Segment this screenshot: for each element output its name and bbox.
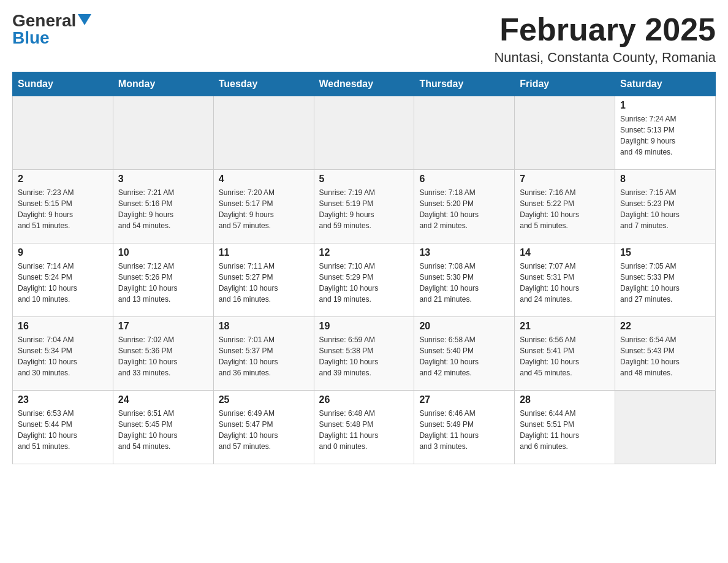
day-number: 17 [118, 321, 208, 332]
calendar-cell: 27Sunrise: 6:46 AM Sunset: 5:49 PM Dayli… [414, 391, 515, 464]
calendar-cell: 4Sunrise: 7:20 AM Sunset: 5:17 PM Daylig… [213, 170, 314, 243]
day-info: Sunrise: 7:01 AM Sunset: 5:37 PM Dayligh… [219, 334, 309, 378]
title-block: February 2025 Nuntasi, Constanta County,… [494, 12, 716, 66]
day-number: 24 [118, 394, 208, 405]
calendar-week-row: 9Sunrise: 7:14 AM Sunset: 5:24 PM Daylig… [13, 243, 716, 317]
day-info: Sunrise: 7:10 AM Sunset: 5:29 PM Dayligh… [319, 261, 409, 305]
calendar-cell [314, 96, 414, 170]
day-info: Sunrise: 6:58 AM Sunset: 5:40 PM Dayligh… [419, 334, 509, 378]
calendar-table: Sunday Monday Tuesday Wednesday Thursday… [12, 72, 716, 464]
day-info: Sunrise: 6:49 AM Sunset: 5:47 PM Dayligh… [219, 408, 309, 452]
calendar-cell: 28Sunrise: 6:44 AM Sunset: 5:51 PM Dayli… [515, 391, 615, 464]
logo-general-text: General [12, 12, 76, 29]
calendar-cell: 25Sunrise: 6:49 AM Sunset: 5:47 PM Dayli… [213, 391, 314, 464]
location-title: Nuntasi, Constanta County, Romania [494, 50, 716, 66]
day-number: 23 [18, 394, 108, 405]
calendar-cell [113, 96, 213, 170]
day-info: Sunrise: 6:56 AM Sunset: 5:41 PM Dayligh… [520, 334, 610, 378]
calendar-cell: 22Sunrise: 6:54 AM Sunset: 5:43 PM Dayli… [615, 317, 716, 391]
calendar-cell: 14Sunrise: 7:07 AM Sunset: 5:31 PM Dayli… [515, 243, 615, 317]
svg-marker-0 [78, 14, 91, 25]
day-number: 15 [620, 247, 710, 258]
logo-arrow-icon [76, 17, 91, 25]
day-number: 28 [520, 394, 610, 405]
calendar-cell: 11Sunrise: 7:11 AM Sunset: 5:27 PM Dayli… [213, 243, 314, 317]
calendar-header-row: Sunday Monday Tuesday Wednesday Thursday… [13, 72, 716, 96]
calendar-cell: 19Sunrise: 6:59 AM Sunset: 5:38 PM Dayli… [314, 317, 414, 391]
calendar-cell: 2Sunrise: 7:23 AM Sunset: 5:15 PM Daylig… [13, 170, 113, 243]
calendar-cell [615, 391, 716, 464]
day-number: 19 [319, 321, 409, 332]
calendar-cell: 17Sunrise: 7:02 AM Sunset: 5:36 PM Dayli… [113, 317, 213, 391]
day-info: Sunrise: 7:16 AM Sunset: 5:22 PM Dayligh… [520, 187, 610, 231]
day-info: Sunrise: 6:53 AM Sunset: 5:44 PM Dayligh… [18, 408, 108, 452]
day-number: 4 [219, 174, 309, 185]
day-info: Sunrise: 6:48 AM Sunset: 5:48 PM Dayligh… [319, 408, 409, 452]
day-number: 20 [419, 321, 509, 332]
calendar-cell: 6Sunrise: 7:18 AM Sunset: 5:20 PM Daylig… [414, 170, 515, 243]
day-number: 1 [620, 100, 710, 111]
col-sunday: Sunday [13, 72, 113, 96]
day-info: Sunrise: 7:23 AM Sunset: 5:15 PM Dayligh… [18, 187, 108, 231]
calendar-week-row: 16Sunrise: 7:04 AM Sunset: 5:34 PM Dayli… [13, 317, 716, 391]
col-thursday: Thursday [414, 72, 515, 96]
day-info: Sunrise: 7:04 AM Sunset: 5:34 PM Dayligh… [18, 334, 108, 378]
month-title: February 2025 [494, 12, 716, 47]
calendar-cell: 13Sunrise: 7:08 AM Sunset: 5:30 PM Dayli… [414, 243, 515, 317]
calendar-week-row: 2Sunrise: 7:23 AM Sunset: 5:15 PM Daylig… [13, 170, 716, 243]
calendar-cell [213, 96, 314, 170]
day-info: Sunrise: 6:59 AM Sunset: 5:38 PM Dayligh… [319, 334, 409, 378]
day-info: Sunrise: 7:07 AM Sunset: 5:31 PM Dayligh… [520, 261, 610, 305]
day-info: Sunrise: 7:21 AM Sunset: 5:16 PM Dayligh… [118, 187, 208, 231]
col-saturday: Saturday [615, 72, 716, 96]
col-friday: Friday [515, 72, 615, 96]
day-number: 3 [118, 174, 208, 185]
day-info: Sunrise: 7:24 AM Sunset: 5:13 PM Dayligh… [620, 113, 710, 158]
calendar-cell: 9Sunrise: 7:14 AM Sunset: 5:24 PM Daylig… [13, 243, 113, 317]
day-number: 21 [520, 321, 610, 332]
day-info: Sunrise: 7:11 AM Sunset: 5:27 PM Dayligh… [219, 261, 309, 305]
day-number: 14 [520, 247, 610, 258]
day-number: 26 [319, 394, 409, 405]
calendar-cell: 26Sunrise: 6:48 AM Sunset: 5:48 PM Dayli… [314, 391, 414, 464]
day-number: 2 [18, 174, 108, 185]
calendar-cell: 24Sunrise: 6:51 AM Sunset: 5:45 PM Dayli… [113, 391, 213, 464]
day-number: 9 [18, 247, 108, 258]
day-info: Sunrise: 7:18 AM Sunset: 5:20 PM Dayligh… [419, 187, 509, 231]
day-number: 6 [419, 174, 509, 185]
calendar-cell: 15Sunrise: 7:05 AM Sunset: 5:33 PM Dayli… [615, 243, 716, 317]
calendar-cell: 1Sunrise: 7:24 AM Sunset: 5:13 PM Daylig… [615, 96, 716, 170]
day-number: 27 [419, 394, 509, 405]
calendar-week-row: 1Sunrise: 7:24 AM Sunset: 5:13 PM Daylig… [13, 96, 716, 170]
day-number: 8 [620, 174, 710, 185]
day-info: Sunrise: 7:08 AM Sunset: 5:30 PM Dayligh… [419, 261, 509, 305]
calendar-cell: 20Sunrise: 6:58 AM Sunset: 5:40 PM Dayli… [414, 317, 515, 391]
day-number: 16 [18, 321, 108, 332]
calendar-cell: 23Sunrise: 6:53 AM Sunset: 5:44 PM Dayli… [13, 391, 113, 464]
day-info: Sunrise: 7:15 AM Sunset: 5:23 PM Dayligh… [620, 187, 710, 231]
calendar-cell [414, 96, 515, 170]
day-number: 10 [118, 247, 208, 258]
calendar-cell: 12Sunrise: 7:10 AM Sunset: 5:29 PM Dayli… [314, 243, 414, 317]
calendar-cell: 10Sunrise: 7:12 AM Sunset: 5:26 PM Dayli… [113, 243, 213, 317]
calendar-cell [13, 96, 113, 170]
day-info: Sunrise: 7:05 AM Sunset: 5:33 PM Dayligh… [620, 261, 710, 305]
calendar-cell: 18Sunrise: 7:01 AM Sunset: 5:37 PM Dayli… [213, 317, 314, 391]
day-info: Sunrise: 7:20 AM Sunset: 5:17 PM Dayligh… [219, 187, 309, 231]
calendar-cell: 16Sunrise: 7:04 AM Sunset: 5:34 PM Dayli… [13, 317, 113, 391]
day-number: 7 [520, 174, 610, 185]
day-number: 5 [319, 174, 409, 185]
day-number: 12 [319, 247, 409, 258]
calendar-cell: 5Sunrise: 7:19 AM Sunset: 5:19 PM Daylig… [314, 170, 414, 243]
day-info: Sunrise: 6:46 AM Sunset: 5:49 PM Dayligh… [419, 408, 509, 452]
logo: General Blue [12, 12, 91, 47]
col-monday: Monday [113, 72, 213, 96]
day-info: Sunrise: 7:14 AM Sunset: 5:24 PM Dayligh… [18, 261, 108, 305]
day-info: Sunrise: 7:02 AM Sunset: 5:36 PM Dayligh… [118, 334, 208, 378]
calendar-cell: 21Sunrise: 6:56 AM Sunset: 5:41 PM Dayli… [515, 317, 615, 391]
day-number: 18 [219, 321, 309, 332]
col-tuesday: Tuesday [213, 72, 314, 96]
day-info: Sunrise: 6:54 AM Sunset: 5:43 PM Dayligh… [620, 334, 710, 378]
calendar-cell [515, 96, 615, 170]
day-number: 22 [620, 321, 710, 332]
